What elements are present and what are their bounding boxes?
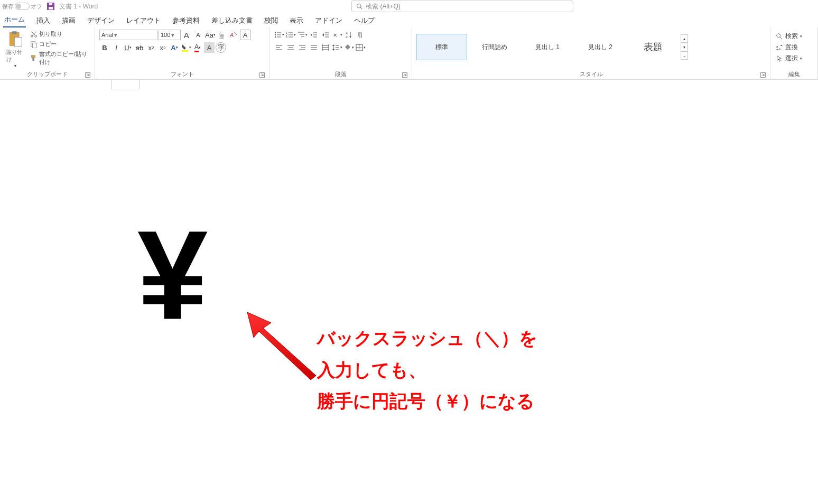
font-name-combo[interactable]: Arial▾ (99, 30, 157, 40)
svg-marker-67 (332, 49, 334, 51)
clipboard-launcher[interactable]: ⇲ (85, 72, 90, 78)
paste-button[interactable]: 貼り付け ▾ (4, 30, 27, 69)
enclose-char-icon[interactable]: 字 (216, 42, 226, 53)
svg-point-3 (357, 4, 361, 8)
show-marks-icon[interactable] (355, 30, 366, 40)
subscript-icon[interactable]: x2 (146, 42, 156, 53)
svg-rect-19 (182, 50, 188, 52)
multilevel-list-icon[interactable]: ▾ (297, 30, 308, 40)
autosave-toggle[interactable]: 保存 オフ (2, 3, 42, 11)
svg-rect-13 (32, 43, 36, 48)
superscript-icon[interactable]: x2 (157, 42, 168, 53)
decrease-indent-icon[interactable] (309, 30, 319, 40)
phonetic-guide-icon[interactable]: ア亜 (217, 30, 227, 40)
highlight-icon[interactable]: ▾ (181, 42, 191, 53)
search-input[interactable]: 検索 (Alt+Q) (351, 1, 573, 12)
increase-indent-icon[interactable] (320, 30, 331, 40)
styles-scroll-up[interactable]: ▴ (681, 34, 688, 43)
svg-line-10 (32, 31, 36, 35)
styles-launcher[interactable]: ⇲ (760, 72, 766, 78)
cut-button[interactable]: 切り取り (29, 30, 90, 39)
text-effects-icon[interactable]: A▾ (169, 42, 180, 53)
style-heading1[interactable]: 見出し 1 (522, 34, 573, 60)
bold-icon[interactable]: B (99, 42, 110, 53)
svg-text:A: A (346, 32, 348, 35)
align-right-icon[interactable] (297, 42, 308, 53)
tab-mailings[interactable]: 差し込み文書 (210, 14, 254, 27)
justify-icon[interactable] (309, 42, 319, 53)
tab-help[interactable]: ヘルプ (353, 14, 376, 27)
svg-rect-2 (49, 3, 52, 5)
char-shading-icon[interactable]: A (204, 42, 215, 53)
paragraph-launcher[interactable]: ⇲ (402, 72, 407, 78)
tab-layout[interactable]: レイアウト (125, 14, 162, 27)
replace-label: 置換 (785, 43, 798, 51)
format-painter-button[interactable]: 書式のコピー/貼り付け (29, 50, 90, 67)
svg-line-11 (31, 31, 35, 35)
change-case-icon[interactable]: Aa▾ (205, 30, 216, 40)
clipboard-group: 貼り付け ▾ 切り取り コピー 書式のコピー/貼り付け クリップボード⇲ (0, 27, 95, 79)
clear-format-icon[interactable]: A (228, 30, 239, 40)
numbering-icon[interactable]: 123▾ (285, 30, 296, 40)
tab-insert[interactable]: 挿入 (35, 14, 51, 27)
find-button[interactable]: 検索▾ (775, 32, 813, 41)
brush-icon (30, 54, 38, 62)
copy-button[interactable]: コピー (29, 40, 90, 49)
font-size-combo[interactable]: 100▾ (159, 30, 181, 40)
svg-point-24 (275, 36, 276, 38)
underline-icon[interactable]: U▾ (123, 42, 133, 53)
yen-character: ¥ (137, 212, 208, 339)
paragraph-group: ▾ 123▾ ▾ ✕▾ AZ ▾ ▾ ▾ 段落⇲ (269, 27, 412, 79)
save-icon[interactable] (47, 2, 55, 11)
cut-label: 切り取り (39, 30, 62, 38)
tab-review[interactable]: 校閲 (263, 14, 279, 27)
tab-design[interactable]: デザイン (86, 14, 116, 27)
text-direction-icon[interactable]: ✕▾ (332, 30, 342, 40)
align-center-icon[interactable] (285, 42, 296, 53)
svg-rect-15 (32, 58, 34, 61)
title-bar: 保存 オフ 文書 1 - Word 検索 (Alt+Q) (0, 0, 818, 13)
styles-expand[interactable]: ⌄ (681, 51, 688, 60)
styles-scroll-down[interactable]: ▾ (681, 43, 688, 51)
tab-home[interactable]: ホーム (3, 13, 26, 27)
styles-group: 標準 行間詰め 見出し 1 見出し 2 表題 ▴ ▾ ⌄ スタイル⇲ (412, 27, 770, 79)
svg-marker-39 (322, 33, 324, 36)
align-left-icon[interactable] (274, 42, 284, 53)
tab-draw[interactable]: 描画 (61, 14, 77, 27)
svg-marker-66 (332, 44, 334, 46)
tab-references[interactable]: 参考資料 (171, 14, 201, 27)
tab-addins[interactable]: アドイン (314, 14, 343, 27)
select-label: 選択 (785, 54, 798, 62)
distribute-icon[interactable] (320, 42, 331, 53)
svg-text:亜: 亜 (219, 34, 224, 39)
search-placeholder: 検索 (Alt+Q) (366, 2, 401, 11)
svg-line-4 (360, 7, 362, 9)
select-button[interactable]: 選択▾ (775, 54, 813, 63)
svg-rect-14 (31, 55, 35, 58)
svg-rect-6 (12, 31, 17, 34)
grow-font-icon[interactable]: Aˆ (182, 30, 192, 40)
shading-icon[interactable]: ▾ (343, 42, 354, 53)
style-heading2[interactable]: 見出し 2 (575, 34, 626, 60)
font-group: Arial▾ 100▾ Aˆ Aˇ Aa▾ ア亜 A A B I U▾ ab x… (95, 27, 269, 79)
document-area[interactable]: ¥ バックスラッシュ（＼）を 入力しても、 勝手に円記号（￥）になる (0, 80, 818, 504)
sort-icon[interactable]: AZ (343, 30, 354, 40)
font-launcher[interactable]: ⇲ (259, 72, 265, 78)
svg-text:A: A (229, 32, 234, 38)
style-no-spacing[interactable]: 行間詰め (469, 34, 520, 60)
scissors-icon (30, 31, 38, 38)
char-border-icon[interactable]: A (240, 30, 250, 40)
svg-marker-47 (349, 36, 351, 38)
strike-icon[interactable]: ab (134, 42, 145, 53)
borders-icon[interactable]: ▾ (355, 42, 366, 53)
bullets-icon[interactable]: ▾ (274, 30, 284, 40)
line-spacing-icon[interactable]: ▾ (332, 42, 342, 53)
svg-text:b: b (779, 47, 782, 51)
shrink-font-icon[interactable]: Aˇ (193, 30, 204, 40)
italic-icon[interactable]: I (111, 42, 122, 53)
style-normal[interactable]: 標準 (416, 34, 467, 60)
style-title[interactable]: 表題 (628, 34, 678, 60)
font-color-icon[interactable]: A▾ (192, 42, 203, 53)
tab-view[interactable]: 表示 (289, 14, 304, 27)
replace-button[interactable]: ab 置換 (775, 43, 813, 52)
